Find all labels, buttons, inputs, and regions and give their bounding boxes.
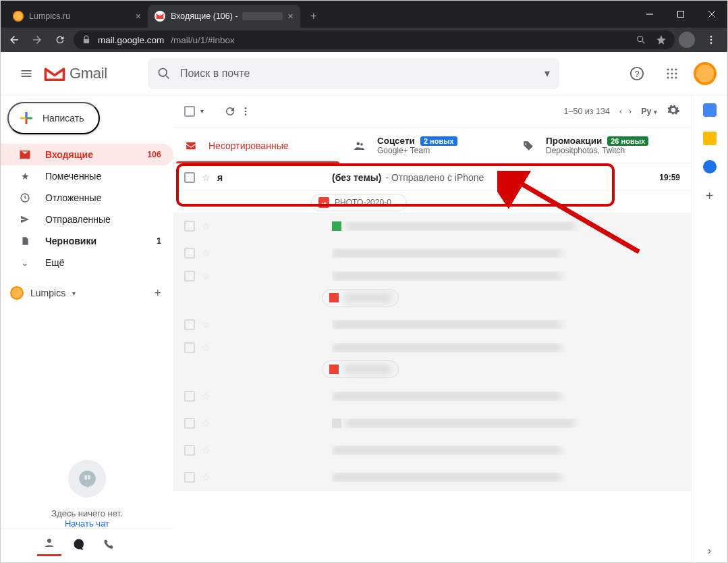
hangouts-tab-chats[interactable] [67,532,91,556]
svg-line-5 [642,41,644,43]
new-badge: 26 новых [607,136,648,146]
gmail-logo[interactable]: Gmail [44,65,107,82]
message-row-blurred[interactable]: ☆ [173,267,691,311]
get-addons-button[interactable]: + [706,188,714,204]
svg-line-10 [166,76,169,78]
sidebar-item-count: 106 [147,150,161,159]
sidebar-item-label: Черновики [45,236,96,246]
addons-sidepanel: + › [691,95,727,563]
svg-rect-1 [678,11,684,18]
message-row-blurred[interactable]: ☆ [173,383,691,410]
chevron-down-icon: ⌄ [18,257,32,268]
svg-point-32 [360,142,363,145]
people-icon [353,140,366,152]
svg-point-4 [638,36,643,42]
attachment-chip[interactable]: PHOTO-2020-0… [311,194,407,211]
message-row-blurred[interactable]: ☆ [173,464,691,491]
svg-point-20 [671,76,673,78]
select-dropdown-button[interactable]: ▾ [200,107,204,115]
nav-forward-button[interactable] [28,30,47,49]
message-row-blurred[interactable]: ☆ [173,410,691,437]
sidebar-item-inbox[interactable]: Входящие 106 [1,144,173,165]
support-button[interactable]: ? [623,60,650,87]
select-all-checkbox[interactable] [184,106,195,117]
sidebar-item-starred[interactable]: ★ Помеченные [1,165,173,187]
input-language-button[interactable]: Py ▾ [641,107,657,116]
apps-grid-button[interactable] [659,60,685,87]
window-close-button[interactable] [696,1,727,28]
message-row[interactable]: ☆ я (без темы) - Отправлено с iPhone 19:… [173,164,691,213]
tab-promotions[interactable]: Промоакции26 новых Depositphotos, Twitch [511,128,679,163]
browser-tab-lumpics[interactable]: Lumpics.ru × [6,5,148,28]
sidebar-item-sent[interactable]: Отправленные [1,209,173,230]
close-tab-icon[interactable]: × [130,11,141,22]
page-next-button[interactable]: › [629,107,632,116]
search-in-page-icon[interactable] [636,34,646,45]
keep-addon-icon[interactable] [703,132,717,145]
search-bar[interactable]: Поиск в почте ▾ [148,58,559,89]
main-menu-button[interactable] [11,59,41,88]
sidebar-item-drafts[interactable]: Черновики 1 [1,230,173,252]
tab-social[interactable]: Соцсети2 новых Google+ Team [342,128,511,163]
svg-point-21 [675,76,677,78]
account-label: Lumpics [30,288,65,298]
tab-label: Соцсети [377,136,415,146]
browser-tab-gmail[interactable]: Входящие (106) - × [148,5,300,28]
attachment-name: PHOTO-2020-0… [335,198,399,207]
url-actions [636,34,667,45]
window-minimize-button[interactable] [634,1,665,28]
message-list[interactable]: ☆ я (без темы) - Отправлено с iPhone 19:… [173,164,691,563]
svg-point-7 [710,39,712,41]
hangouts-tab-calls[interactable] [96,532,121,556]
tab-subtitle: Google+ Team [377,146,457,155]
window-maximize-button[interactable] [665,1,696,28]
message-row-blurred[interactable]: ☆ [173,240,691,267]
svg-point-30 [245,113,247,115]
nav-back-button[interactable] [5,30,24,49]
pagination-range: 1–50 из 134 [564,107,610,116]
svg-point-13 [667,68,669,70]
clock-icon [18,192,32,203]
url-field[interactable]: mail.google.com/mail/u/1/#inbox [74,30,675,49]
gmail-logo-icon [44,65,65,82]
gmail-header: Gmail Поиск в почте ▾ ? [1,52,727,95]
calendar-addon-icon[interactable] [703,103,717,117]
image-file-icon [318,197,329,208]
sidebar-item-snoozed[interactable]: Отложенные [1,187,173,209]
sidebar-item-more[interactable]: ⌄ Ещё [1,252,173,273]
message-row-blurred[interactable]: ☆ [173,213,691,240]
close-tab-icon[interactable]: × [283,11,293,22]
message-row-blurred[interactable]: ☆ [173,437,691,464]
category-tabs: Несортированные Соцсети2 новых Google+ T… [173,128,691,164]
new-tab-button[interactable]: + [304,7,323,26]
sidepanel-collapse-button[interactable]: › [708,545,711,557]
svg-point-8 [710,42,712,44]
select-checkbox[interactable] [184,172,195,183]
labels-section[interactable]: Lumpics ▾ + [1,282,173,304]
tab-primary[interactable]: Несортированные [173,128,342,163]
tasks-addon-icon[interactable] [703,160,717,173]
nav-reload-button[interactable] [51,30,69,49]
page-prev-button[interactable]: ‹ [619,107,622,116]
browser-menu-button[interactable] [702,30,721,49]
hangouts-panel: Здесь ничего нет. Начать чат [1,452,173,563]
message-row-blurred[interactable]: ☆ [173,311,691,338]
svg-point-9 [159,68,167,76]
profile-avatar-icon[interactable] [679,32,695,48]
star-button[interactable]: ☆ [202,172,211,183]
tab-label: Промоакции [546,136,602,146]
svg-point-17 [671,72,673,74]
settings-button[interactable] [667,103,680,119]
hangouts-tab-contacts[interactable] [37,532,61,556]
bookmark-star-icon[interactable] [656,34,667,45]
message-row-blurred[interactable]: ☆ [173,338,691,383]
search-options-button[interactable]: ▾ [544,67,550,80]
add-label-button[interactable]: + [154,286,161,300]
compose-button[interactable]: Написать [7,102,100,134]
more-actions-button[interactable] [240,98,251,125]
svg-point-29 [245,110,247,112]
hangouts-start-chat-link[interactable]: Начать чат [1,518,173,529]
refresh-button[interactable] [224,98,236,125]
sidebar-item-label: Отложенные [45,192,101,203]
account-avatar[interactable] [694,62,717,85]
